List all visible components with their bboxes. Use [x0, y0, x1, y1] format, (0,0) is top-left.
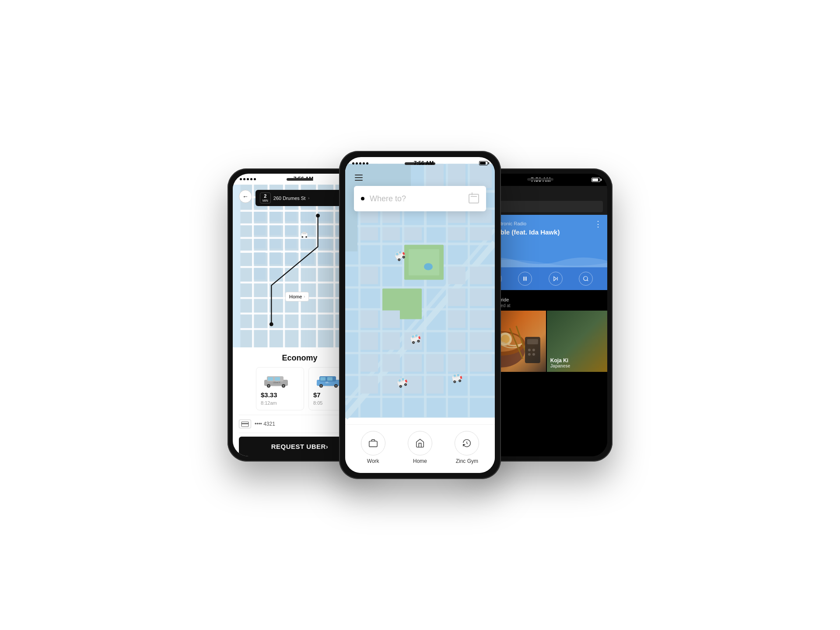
koji-type: Japanese: [550, 364, 570, 368]
search-bar[interactable]: Where to?: [354, 186, 486, 211]
svg-rect-53: [302, 232, 306, 234]
ride-card-2[interactable]: ub... $7 8:05: [308, 367, 343, 410]
svg-rect-48: [254, 268, 266, 280]
svg-rect-138: [426, 354, 444, 372]
svg-rect-174: [454, 374, 456, 377]
svg-rect-133: [448, 332, 466, 350]
svg-rect-117: [470, 228, 492, 241]
home-dest-bubble[interactable]: Home ›: [285, 292, 309, 301]
svg-rect-38: [285, 239, 297, 248]
svg-point-111: [424, 263, 433, 270]
nav-label-home: Home: [413, 458, 427, 464]
menu-button[interactable]: [355, 175, 363, 181]
svg-rect-143: [404, 376, 422, 394]
center-time: 7:56 AM: [414, 160, 434, 166]
svg-rect-114: [448, 210, 466, 223]
svg-rect-11: [252, 185, 254, 347]
svg-rect-123: [470, 289, 492, 306]
svg-rect-30: [254, 225, 266, 235]
home-icon-circle: [408, 431, 432, 455]
svg-rect-13: [283, 185, 285, 347]
work-icon-circle: [361, 431, 385, 455]
svg-rect-129: [470, 311, 492, 328]
svg-line-188: [587, 280, 588, 281]
svg-rect-112: [360, 210, 378, 223]
home-dest-text: Home: [289, 294, 302, 299]
svg-rect-84: [345, 287, 495, 289]
svg-point-62: [268, 385, 270, 387]
back-button[interactable]: ←: [239, 190, 252, 203]
svg-text:ub...: ub...: [326, 381, 331, 384]
right-phone-speaker: [527, 178, 553, 181]
koji-name: Koja Ki: [550, 357, 570, 364]
svg-rect-122: [448, 289, 466, 306]
svg-rect-44: [285, 252, 297, 264]
search-music-button[interactable]: [579, 272, 593, 286]
search-dot-icon: [361, 197, 364, 200]
svg-text:UberX: UberX: [273, 381, 280, 384]
svg-rect-28: [318, 212, 332, 221]
svg-rect-31: [270, 225, 281, 235]
phones-container: 7:56 AM: [223, 52, 617, 578]
svg-point-64: [283, 385, 284, 387]
pause-button[interactable]: [518, 272, 532, 286]
svg-rect-59: [268, 377, 273, 381]
address-text: 260 Drumes St: [273, 196, 305, 201]
nav-item-zinc-gym[interactable]: Zinc Gym: [455, 431, 479, 464]
svg-rect-175: [457, 374, 459, 376]
svg-rect-126: [360, 311, 378, 328]
koji-label: Koja Ki Japanese: [550, 357, 570, 368]
ride-card-1[interactable]: UberX $3.33 8:12am: [256, 367, 304, 410]
svg-rect-42: [254, 252, 266, 264]
svg-rect-49: [270, 268, 281, 280]
skip-icon: [553, 276, 559, 282]
food-item-koji[interactable]: Koja Ki Japanese: [547, 311, 607, 372]
svg-rect-120: [404, 228, 422, 241]
svg-point-54: [301, 236, 303, 238]
svg-rect-24: [254, 212, 266, 221]
svg-rect-131: [382, 332, 400, 350]
svg-rect-70: [327, 377, 332, 381]
svg-rect-26: [285, 212, 297, 221]
svg-rect-39: [301, 239, 314, 248]
ride-price-2: $7: [313, 391, 321, 399]
skip-button[interactable]: [549, 272, 563, 286]
more-options-button[interactable]: ⋮: [594, 219, 602, 229]
svg-rect-181: [369, 441, 377, 447]
right-battery: [592, 178, 600, 182]
address-arrow: ›: [308, 196, 309, 200]
svg-point-201: [532, 353, 535, 356]
svg-rect-124: [448, 267, 466, 284]
svg-rect-144: [426, 376, 444, 394]
center-battery: [479, 161, 488, 165]
home-icon: [415, 438, 425, 448]
svg-point-74: [335, 385, 337, 387]
svg-rect-40: [318, 239, 332, 248]
left-phone-speaker: [287, 178, 313, 181]
svg-point-200: [528, 353, 531, 356]
history-icon: [462, 438, 472, 448]
nav-item-home[interactable]: Home: [408, 431, 432, 464]
nav-item-work[interactable]: Work: [361, 431, 385, 464]
svg-rect-14: [298, 185, 301, 347]
svg-rect-69: [320, 377, 326, 381]
home-dest-arrow: ›: [304, 294, 305, 299]
svg-rect-27: [301, 212, 314, 221]
svg-marker-185: [554, 276, 556, 280]
svg-rect-113: [382, 210, 400, 223]
svg-rect-12: [267, 185, 269, 347]
svg-point-199: [532, 349, 535, 351]
svg-rect-140: [470, 354, 492, 372]
svg-rect-135: [360, 354, 378, 372]
svg-rect-60: [275, 377, 280, 381]
min-badge: 2 MIN: [260, 192, 271, 204]
svg-point-187: [584, 276, 588, 280]
svg-rect-81: [345, 225, 495, 228]
svg-rect-77: [242, 423, 248, 424]
briefcase-icon: [368, 438, 378, 448]
svg-rect-43: [270, 252, 281, 264]
svg-point-51: [316, 214, 320, 217]
svg-point-198: [528, 349, 531, 351]
nav-label-zinc-gym: Zinc Gym: [456, 458, 478, 464]
calendar-icon[interactable]: [469, 194, 479, 203]
